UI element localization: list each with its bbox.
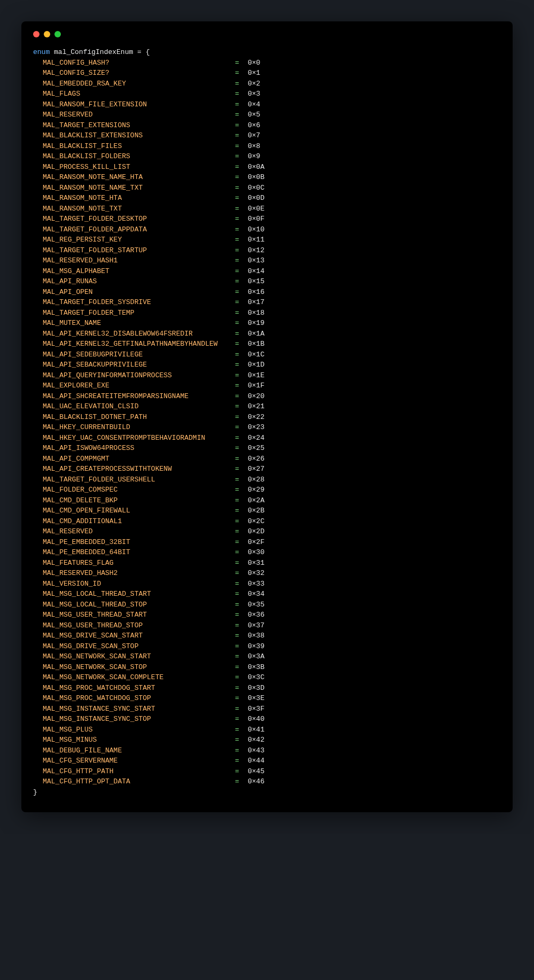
enum-entry-name: MAL_RANSOM_NOTE_NAME_HTA <box>43 172 235 183</box>
enum-entry-value: 0×37 <box>248 620 264 631</box>
enum-entry-eq: = <box>235 756 248 766</box>
enum-entry: MAL_MSG_LOCAL_THREAD_STOP=0×35 <box>43 600 501 610</box>
enum-entry-value: 0×39 <box>248 641 264 652</box>
enum-entry: MAL_EXPLORER_EXE=0×1F <box>43 380 501 391</box>
enum-entry-value: 0×2F <box>248 537 264 548</box>
enum-entry-eq: = <box>235 558 248 569</box>
enum-entry-eq: = <box>235 245 248 256</box>
enum-entry-eq: = <box>235 380 248 391</box>
enum-entry-name: MAL_RESERVED_HASH2 <box>43 568 235 579</box>
enum-entry-eq: = <box>235 58 248 68</box>
enum-entry-value: 0×46 <box>248 776 264 787</box>
enum-entry-eq: = <box>235 641 248 652</box>
enum-entry-name: MAL_CFG_HTTP_OPT_DATA <box>43 776 235 787</box>
enum-entry-name: MAL_MUTEX_NAME <box>43 318 235 329</box>
enum-entry-value: 0×19 <box>248 318 264 329</box>
enum-entry: MAL_MSG_USER_THREAD_STOP=0×37 <box>43 620 501 631</box>
enum-entry-eq: = <box>235 172 248 183</box>
enum-entry-value: 0×11 <box>248 235 264 245</box>
enum-entry-eq: = <box>235 662 248 673</box>
enum-entry: MAL_API_OPEN=0×16 <box>43 287 501 298</box>
enum-entry: MAL_MUTEX_NAME=0×19 <box>43 318 501 329</box>
enum-entry-eq: = <box>235 193 248 204</box>
enum-entry-eq: = <box>235 610 248 620</box>
code-content: enum mal_ConfigIndexEnum = { MAL_CONFIG_… <box>33 47 501 797</box>
enum-entry: MAL_TARGET_FOLDER_TEMP=0×18 <box>43 308 501 318</box>
enum-entry-eq: = <box>235 329 248 339</box>
enum-entry-name: MAL_API_OPEN <box>43 287 235 298</box>
enum-entry-value: 0×29 <box>248 485 264 495</box>
enum-entry: MAL_TARGET_FOLDER_APPDATA=0×10 <box>43 224 501 235</box>
enum-entry-value: 0×36 <box>248 610 264 620</box>
enum-entry-value: 0×33 <box>248 579 264 589</box>
enum-entry-name: MAL_CONFIG_SIZE? <box>43 68 235 79</box>
enum-entry-name: MAL_MSG_DRIVE_SCAN_START <box>43 631 235 641</box>
enum-entry-name: MAL_RESERVED <box>43 526 235 537</box>
enum-entry-eq: = <box>235 287 248 298</box>
enum-entry: MAL_FOLDER_COMSPEC=0×29 <box>43 485 501 495</box>
enum-entry-name: MAL_MSG_LOCAL_THREAD_START <box>43 589 235 600</box>
enum-entry-name: MAL_RANSOM_FILE_EXTENSION <box>43 99 235 110</box>
enum-entry-value: 0×2 <box>248 79 260 89</box>
enum-entry-value: 0×35 <box>248 600 264 610</box>
enum-entry: MAL_API_CREATEPROCESSWITHTOKENW=0×27 <box>43 464 501 475</box>
window-close-button[interactable] <box>33 31 40 37</box>
window-controls <box>33 31 501 37</box>
enum-identifier: mal_ConfigIndexEnum <box>54 48 133 56</box>
enum-entry-value: 0×0A <box>248 162 264 173</box>
enum-entry-name: MAL_API_SEDEBUGPRIVILEGE <box>43 349 235 360</box>
enum-entry-name: MAL_EXPLORER_EXE <box>43 380 235 391</box>
enum-entry-value: 0×28 <box>248 475 264 485</box>
enum-entry-name: MAL_CFG_SERVERNAME <box>43 756 235 766</box>
enum-entry-eq: = <box>235 516 248 527</box>
enum-entry-value: 0×45 <box>248 766 264 777</box>
enum-entry-name: MAL_VERSION_ID <box>43 579 235 589</box>
enum-entry: MAL_MSG_DRIVE_SCAN_START=0×38 <box>43 631 501 641</box>
enum-entry-name: MAL_TARGET_FOLDER_TEMP <box>43 308 235 318</box>
enum-entry: MAL_MSG_MINUS=0×42 <box>43 735 501 745</box>
enum-entry-name: MAL_UAC_ELEVATION_CLSID <box>43 401 235 412</box>
enum-entry-eq: = <box>235 120 248 131</box>
enum-entry-value: 0×1F <box>248 380 264 391</box>
enum-entry-name: MAL_API_CREATEPROCESSWITHTOKENW <box>43 464 235 475</box>
enum-entry-name: MAL_CONFIG_HASH? <box>43 58 235 68</box>
enum-entry: MAL_CONFIG_SIZE?=0×1 <box>43 68 501 79</box>
window-minimize-button[interactable] <box>44 31 50 37</box>
enum-entry-value: 0×23 <box>248 422 264 433</box>
enum-entry-eq: = <box>235 537 248 548</box>
enum-entry: MAL_CFG_HTTP_PATH=0×45 <box>43 766 501 777</box>
enum-entry-eq: = <box>235 151 248 162</box>
enum-entry-name: MAL_MSG_ALPHABET <box>43 266 235 277</box>
enum-entry-name: MAL_PE_EMBEDDED_64BIT <box>43 547 235 558</box>
enum-entry-eq: = <box>235 475 248 485</box>
enum-entry: MAL_API_SEDEBUGPRIVILEGE=0×1C <box>43 349 501 360</box>
enum-entry: MAL_PE_EMBEDDED_64BIT=0×30 <box>43 547 501 558</box>
enum-entry-value: 0×3A <box>248 651 264 662</box>
enum-entry-name: MAL_BLACKLIST_EXTENSIONS <box>43 130 235 141</box>
terminal-window: enum mal_ConfigIndexEnum = { MAL_CONFIG_… <box>21 21 513 812</box>
enum-entry: MAL_TARGET_FOLDER_USERSHELL=0×28 <box>43 475 501 485</box>
enum-entry-value: 0×0E <box>248 204 264 214</box>
enum-entry-value: 0×18 <box>248 308 264 318</box>
enum-entry-value: 0×14 <box>248 266 264 277</box>
enum-entry-name: MAL_MSG_LOCAL_THREAD_STOP <box>43 600 235 610</box>
enum-entry-value: 0×40 <box>248 714 264 725</box>
enum-entry-eq: = <box>235 401 248 412</box>
enum-entry-value: 0×8 <box>248 141 260 152</box>
enum-entry-value: 0×0D <box>248 193 264 204</box>
enum-entry-name: MAL_HKEY_CURRENTBUILD <box>43 422 235 433</box>
enum-entry-name: MAL_RANSOM_NOTE_NAME_TXT <box>43 183 235 193</box>
enum-entry-value: 0×15 <box>248 276 264 287</box>
enum-entry: MAL_BLACKLIST_DOTNET_PATH=0×22 <box>43 412 501 423</box>
enum-entry-value: 0×42 <box>248 735 264 745</box>
enum-entry-eq: = <box>235 297 248 308</box>
enum-entry-name: MAL_RESERVED_HASH1 <box>43 255 235 266</box>
enum-entry-value: 0×0F <box>248 214 264 224</box>
enum-entry: MAL_MSG_LOCAL_THREAD_START=0×34 <box>43 589 501 600</box>
enum-entry: MAL_FLAGS=0×3 <box>43 89 501 99</box>
enum-entry-name: MAL_BLACKLIST_FILES <box>43 141 235 152</box>
enum-entry-value: 0×3 <box>248 89 260 99</box>
enum-entry-name: MAL_MSG_USER_THREAD_START <box>43 610 235 620</box>
window-maximize-button[interactable] <box>54 31 61 37</box>
enum-entry-name: MAL_RANSOM_NOTE_HTA <box>43 193 235 204</box>
